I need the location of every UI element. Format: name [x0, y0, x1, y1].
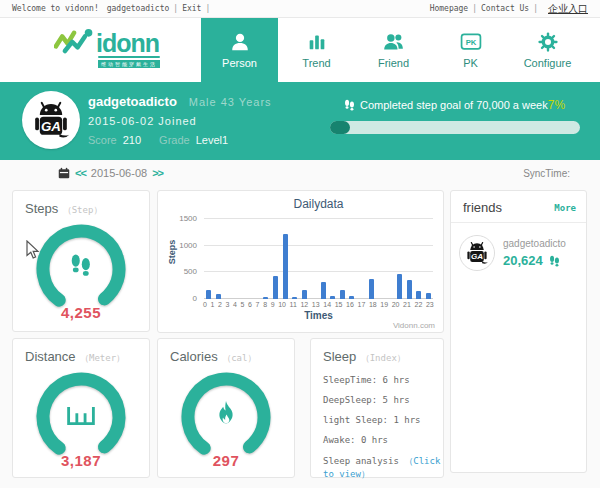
tab-trend-label: Trend — [302, 57, 330, 69]
x-tick-label: 22 — [415, 301, 423, 308]
date-row: << 2015-06-08 >> SyncTime: — [0, 165, 600, 185]
footprints-icon — [67, 251, 95, 279]
user-joined: 2015-06-02 Joined — [88, 115, 197, 127]
sleep-card-title: Sleep — [323, 349, 356, 364]
exit-link[interactable]: Exit — [182, 4, 201, 13]
chart-bar — [426, 293, 431, 299]
awake-line: Awake: 0 hrs — [323, 435, 443, 445]
enterprise-entry-link[interactable]: 企业入口 — [548, 2, 588, 16]
chart-bar — [407, 280, 412, 299]
person-icon — [229, 31, 251, 53]
contact-link[interactable]: Contact Us — [481, 4, 529, 13]
calories-card-title: Calories — [170, 349, 218, 364]
friend-icon — [382, 31, 405, 53]
calories-card-unit: （cal） — [222, 353, 256, 363]
goal-percent: 7% — [548, 98, 565, 112]
x-tick-label: 21 — [403, 301, 411, 308]
svg-text:GA: GA — [471, 252, 483, 261]
android-avatar-icon: GA — [460, 236, 494, 270]
footprints-icon — [548, 254, 561, 267]
chart-bar — [349, 296, 354, 299]
steps-card: Steps （Step） 4,255 — [12, 190, 150, 332]
friends-more-link[interactable]: More — [554, 203, 576, 213]
topbar-username-link[interactable]: gadgetoadicto — [107, 4, 170, 13]
steps-card-title: Steps — [25, 201, 58, 216]
calendar-icon — [58, 167, 70, 179]
chart-bar — [273, 276, 278, 299]
tab-configure[interactable]: Configure — [509, 18, 586, 82]
chart-bar — [216, 294, 221, 299]
tab-person[interactable]: Person — [201, 18, 278, 82]
next-day-button[interactable]: >> — [152, 167, 163, 179]
main-nav-tabs: Person Trend Friend PK PK — [201, 18, 586, 82]
x-tick-label: 9 — [271, 301, 275, 308]
chart-bar — [397, 274, 402, 299]
tab-trend[interactable]: Trend — [278, 18, 355, 82]
current-date: 2015-06-08 — [91, 167, 147, 179]
friend-name: gadgetoadicto — [503, 238, 566, 249]
sleep-card: Sleep （Index） SleepTime: 6 hrs DeepSleep… — [310, 338, 444, 478]
distance-card-unit: （Meter） — [80, 353, 125, 363]
friend-list-item[interactable]: GA gadgetoadicto 20,624 — [451, 223, 586, 283]
x-tick-label: 15 — [335, 301, 343, 308]
vidonn-logo[interactable]: idonn 维动智能穿戴生活 — [54, 26, 160, 68]
top-utility-bar: Welcome to vidonn! gadgetoadicto | Exit … — [0, 0, 600, 18]
goal-text: Completed step goal of 70,000 a week — [360, 99, 548, 111]
chart-bar — [283, 234, 288, 299]
x-tick-label: 7 — [256, 301, 260, 308]
friend-avatar: GA — [459, 235, 495, 271]
tab-friend-label: Friend — [378, 57, 409, 69]
chart-bar — [292, 297, 297, 299]
tab-friend[interactable]: Friend — [355, 18, 432, 82]
tab-pk[interactable]: PK PK — [432, 18, 509, 82]
runner-logo-icon — [54, 26, 94, 56]
x-tick-label: 6 — [248, 301, 252, 308]
chart-watermark: Vidonn.com — [393, 321, 435, 330]
svg-text:GA: GA — [41, 119, 61, 134]
welcome-text: Welcome to vidonn! — [12, 4, 99, 13]
chart-bar — [206, 290, 211, 299]
x-tick-label: 0 — [203, 301, 207, 308]
x-tick-label: 19 — [380, 301, 388, 308]
chart-y-axis-label: Steps — [167, 240, 177, 265]
x-tick-label: 3 — [226, 301, 230, 308]
score-label: Score — [88, 134, 117, 146]
y-tick-label: 1500 — [179, 214, 197, 223]
chart-bar — [416, 291, 421, 299]
x-tick-label: 14 — [323, 301, 331, 308]
x-tick-label: 20 — [392, 301, 400, 308]
tab-configure-label: Configure — [524, 57, 572, 69]
calories-value: 297 — [176, 452, 276, 469]
svg-text:PK: PK — [465, 38, 476, 47]
distance-card: Distance （Meter） 3,187 — [12, 338, 150, 478]
dailydata-chart-card: Dailydata Steps 050010001500 01234567891… — [157, 190, 444, 333]
x-tick-label: 4 — [233, 301, 237, 308]
android-avatar-icon: GA — [23, 92, 79, 148]
steps-gauge: 4,255 — [31, 219, 131, 323]
trend-icon — [306, 31, 328, 53]
chart-bars — [204, 219, 433, 299]
avatar[interactable]: GA — [22, 91, 80, 149]
calories-card: Calories （cal） 297 — [157, 338, 295, 478]
chart-plot-area: 050010001500 — [204, 219, 433, 299]
chart-x-tick-row: 01234567891011121314151617181920212223 — [202, 301, 435, 308]
x-tick-label: 1 — [211, 301, 215, 308]
x-tick-label: 11 — [290, 301, 297, 308]
sleep-time-line: SleepTime: 6 hrs — [323, 375, 443, 385]
chart-x-axis-label: Times — [204, 310, 433, 321]
steps-card-unit: （Step） — [63, 205, 103, 215]
header: idonn 维动智能穿戴生活 Person Trend Friend — [0, 18, 600, 82]
x-tick-label: 23 — [426, 301, 434, 308]
friend-steps-value: 20,624 — [503, 253, 543, 268]
user-gender-age: Male 43 Years — [189, 96, 272, 108]
footprints-icon — [343, 98, 356, 111]
prev-day-button[interactable]: << — [75, 167, 86, 179]
logo-slogan: 维动智能穿戴生活 — [98, 60, 160, 68]
x-tick-label: 16 — [346, 301, 354, 308]
x-tick-label: 17 — [357, 301, 365, 308]
homepage-link[interactable]: Homepage — [430, 4, 469, 13]
chart-bar — [321, 282, 326, 299]
score-value: 210 — [123, 134, 141, 146]
x-tick-label: 5 — [241, 301, 245, 308]
deep-sleep-line: DeepSleep: 5 hrs — [323, 395, 443, 405]
